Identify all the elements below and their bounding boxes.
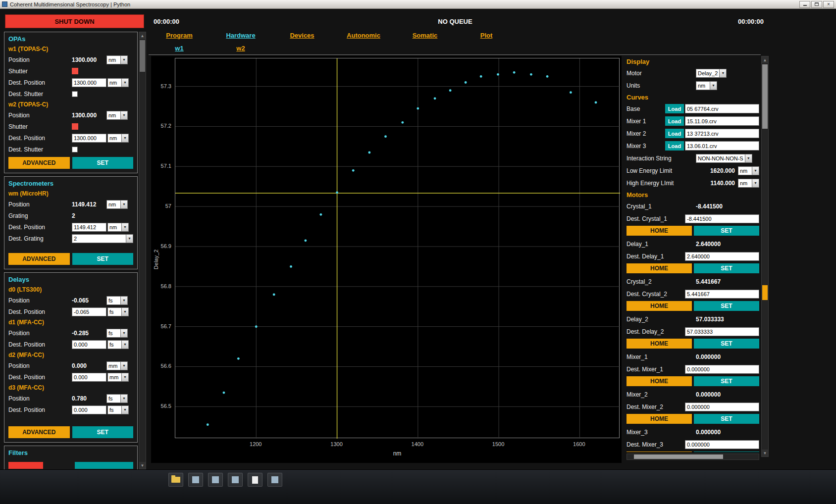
delay-units-dropdown[interactable]: fs▼	[106, 394, 128, 403]
delay-units-dropdown[interactable]: fs▼	[106, 329, 128, 338]
base-curve-input[interactable]	[685, 104, 759, 113]
units-dropdown[interactable]: nm ▼	[696, 81, 759, 90]
sidebar-scrollbar[interactable]: ▲ ▼	[139, 32, 146, 469]
minimize-button[interactable]	[799, 1, 810, 8]
w2-dest-units-dropdown[interactable]: nm ▼	[107, 134, 129, 143]
close-button[interactable]: ×	[823, 1, 834, 8]
motor-button-row: HOMESET	[627, 414, 759, 424]
delay-dest-units-dropdown[interactable]: mm▼	[107, 373, 129, 382]
tab-somatic[interactable]: Somatic	[394, 32, 456, 43]
tab-devices[interactable]: Devices	[271, 32, 333, 43]
wm-dest-grating-dropdown[interactable]: 2 ▼	[72, 234, 133, 243]
low-energy-units-dropdown[interactable]: nm ▼	[738, 166, 759, 175]
delay-units-dropdown[interactable]: fs▼	[106, 296, 128, 305]
dest-delay_2-input[interactable]	[685, 327, 759, 336]
mixer2-curve-input[interactable]	[685, 129, 759, 138]
high-energy-units-dropdown[interactable]: nm ▼	[738, 179, 759, 188]
wm-units-dropdown[interactable]: nm ▼	[106, 200, 128, 209]
wm-dest-units-dropdown[interactable]: nm ▼	[107, 223, 129, 232]
w2-dest-shutter-checkbox[interactable]	[72, 147, 78, 152]
scroll-up-icon[interactable]: ▲	[139, 32, 146, 39]
dest-mixer_1-input[interactable]	[685, 365, 759, 374]
sidebar-scroll-thumb[interactable]	[140, 40, 145, 72]
scroll-down-icon[interactable]: ▼	[139, 462, 146, 469]
mixer3-curve-input[interactable]	[685, 141, 759, 151]
opas-set-button[interactable]: SET	[72, 157, 134, 169]
load-mixer3-button[interactable]: Load	[665, 141, 684, 151]
load-mixer1-button[interactable]: Load	[665, 116, 684, 126]
w2-dest-position-input[interactable]	[72, 134, 106, 143]
spectrometers-advanced-button[interactable]: ADVANCED	[8, 253, 70, 265]
interaction-string-dropdown[interactable]: NON-NON-NON-S ▼	[696, 154, 759, 163]
plot-box[interactable]	[175, 58, 620, 438]
dest-mixer_3-input[interactable]	[685, 440, 759, 449]
filters-clipped-red-button[interactable]	[8, 462, 43, 469]
tab-program[interactable]: Program	[149, 32, 210, 43]
spectrometers-set-button[interactable]: SET	[72, 253, 134, 265]
w2-units-dropdown[interactable]: nm ▼	[106, 111, 128, 120]
mixer_1-home-button[interactable]: HOME	[627, 376, 692, 386]
motor-dest-row: Dest. Mixer_2	[627, 401, 759, 413]
taskbar-app-button[interactable]	[188, 473, 203, 487]
delay-dest-position-input[interactable]	[72, 373, 106, 382]
w1-dest-units-dropdown[interactable]: nm ▼	[107, 78, 129, 87]
w1-dest-position-input[interactable]	[72, 78, 106, 87]
crystal_1-set-button[interactable]: SET	[694, 226, 759, 236]
delay-dest-units-dropdown[interactable]: fs▼	[107, 340, 129, 349]
window-scrollbar[interactable]: ▲ ▼	[761, 56, 769, 457]
opas-advanced-button[interactable]: ADVANCED	[8, 157, 70, 169]
delay_2-home-button[interactable]: HOME	[627, 339, 692, 349]
dest-crystal_2-input[interactable]	[685, 290, 759, 299]
taskbar-app-button[interactable]	[228, 473, 243, 487]
delays-set-button[interactable]: SET	[72, 426, 134, 438]
delay_2-set-button[interactable]: SET	[694, 339, 759, 349]
delay-dest-position-input[interactable]	[72, 340, 106, 349]
taskbar-app-button[interactable]	[208, 473, 223, 487]
w1-units-dropdown[interactable]: nm ▼	[106, 55, 128, 64]
mixer_3-set-button[interactable]: SET	[694, 452, 759, 452]
mixer_3-home-button[interactable]: HOME	[627, 452, 692, 452]
load-mixer2-button[interactable]: Load	[665, 129, 684, 138]
hscroll-thumb[interactable]	[634, 454, 723, 459]
taskbar-document-button[interactable]	[248, 473, 262, 487]
maximize-button[interactable]	[811, 1, 822, 8]
dest-crystal_1-input[interactable]	[685, 214, 759, 223]
scroll-down-icon[interactable]: ▼	[762, 450, 768, 456]
delay-dest-units-dropdown[interactable]: fs▼	[107, 405, 129, 414]
crystal_2-set-button[interactable]: SET	[694, 301, 759, 311]
w1-dest-shutter-checkbox[interactable]	[72, 91, 78, 97]
taskbar-folder-button[interactable]	[168, 473, 183, 487]
mixer_2-set-button[interactable]: SET	[694, 414, 759, 424]
delay-dest-units-dropdown[interactable]: fs▼	[107, 307, 129, 316]
subtab-w2[interactable]: w2	[210, 45, 271, 54]
motor-crystal_2-value: 5.441667	[696, 278, 759, 285]
dest-delay_1-input[interactable]	[685, 252, 759, 261]
delay_1-home-button[interactable]: HOME	[627, 263, 692, 273]
subtab-w1[interactable]: w1	[149, 45, 210, 54]
wm-dest-position-input[interactable]	[72, 223, 106, 232]
motor-dropdown[interactable]: Delay_2 ▼	[696, 69, 759, 78]
delay_1-set-button[interactable]: SET	[694, 263, 759, 273]
filters-clipped-set-button[interactable]	[75, 462, 133, 469]
delay-dest-position-input[interactable]	[72, 405, 106, 414]
shutdown-button[interactable]: SHUT DOWN	[5, 14, 144, 28]
mixer_1-set-button[interactable]: SET	[694, 376, 759, 386]
mixer_2-home-button[interactable]: HOME	[627, 414, 692, 424]
crystal_2-home-button[interactable]: HOME	[627, 301, 692, 311]
mixer1-curve-input[interactable]	[685, 116, 759, 126]
tab-plot[interactable]: Plot	[456, 32, 517, 43]
taskbar-app-button[interactable]	[267, 473, 282, 487]
dest-shutter-label: Dest. Shutter	[8, 91, 72, 98]
mixer1-label: Mixer 1	[627, 118, 665, 125]
tab-hardware[interactable]: Hardware	[210, 32, 271, 43]
scroll-up-icon[interactable]: ▲	[762, 56, 768, 63]
delays-advanced-button[interactable]: ADVANCED	[8, 426, 70, 438]
crystal_1-home-button[interactable]: HOME	[627, 226, 692, 236]
delay-units-dropdown[interactable]: mm▼	[106, 361, 128, 370]
dest-mixer_2-input[interactable]	[685, 403, 759, 411]
window-scroll-thumb[interactable]	[762, 64, 768, 129]
right-panel-hscrollbar[interactable]	[627, 454, 759, 460]
tab-autonomic[interactable]: Autonomic	[333, 32, 394, 43]
delay-dest-position-input[interactable]	[72, 307, 106, 316]
load-base-button[interactable]: Load	[665, 104, 684, 113]
